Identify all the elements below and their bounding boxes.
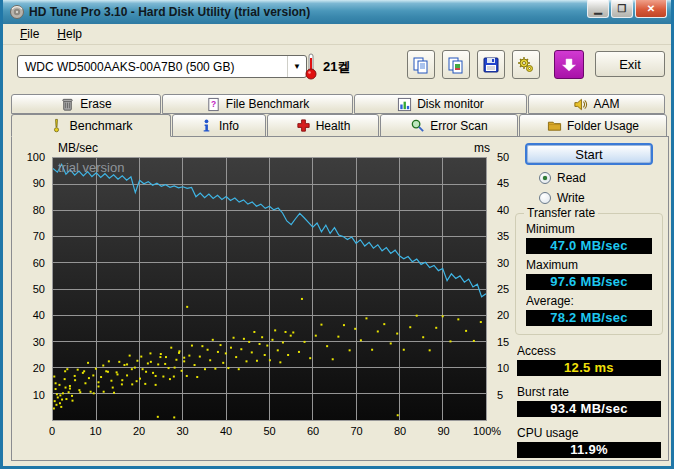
axis-tick-label: 80 xyxy=(394,425,406,438)
maximize-button[interactable]: ❒ xyxy=(611,0,633,18)
menu-help[interactable]: Help xyxy=(48,25,91,43)
axis-tick-label: 10 xyxy=(12,389,45,402)
titlebar: HD Tune Pro 3.10 - Hard Disk Utility (tr… xyxy=(3,0,671,24)
tab-disk-monitor[interactable]: Disk monitor xyxy=(354,94,527,114)
axis-tick-label: 20 xyxy=(497,309,509,322)
axis-tick-label: 20 xyxy=(133,425,145,438)
copy-image-button[interactable] xyxy=(442,50,470,79)
tab-file-benchmark-label: File Benchmark xyxy=(226,97,309,111)
toolbar: WDC WD5000AAKS-00A7B0 (500 GB) ▼ 21켙 xyxy=(3,45,671,87)
burst-rate-value: 93.4 MB/sec xyxy=(517,401,661,417)
tab-row-1: Erase ? File Benchmark Disk monitor AAM xyxy=(11,94,666,114)
y-left-axis-label: MB/sec xyxy=(58,141,98,155)
axis-tick-label: 50 xyxy=(12,283,45,296)
axis-tick-label: 20 xyxy=(12,362,45,375)
drive-select-value: WDC WD5000AAKS-00A7B0 (500 GB) xyxy=(18,60,287,74)
transfer-rate-group: Transfer rate Minimum 47.0 MB/sec Maximu… xyxy=(515,213,663,335)
axis-tick-label: 60 xyxy=(307,425,319,438)
close-button[interactable]: ✕ xyxy=(635,0,667,18)
axis-tick-label: 35 xyxy=(497,230,509,243)
folder-icon xyxy=(547,118,562,133)
benchmark-panel: MB/sec ms 100908070605040302010 50454035… xyxy=(11,136,669,461)
start-label: Start xyxy=(575,147,602,162)
options-button[interactable] xyxy=(512,50,540,79)
update-button[interactable] xyxy=(554,50,584,79)
axis-tick-label: 50 xyxy=(497,151,509,164)
axis-tick-label: 90 xyxy=(12,177,45,190)
access-value: 12.5 ms xyxy=(517,360,661,376)
axis-tick-label: 10 xyxy=(89,425,101,438)
write-label: Write xyxy=(557,191,585,205)
exit-label: Exit xyxy=(619,57,641,72)
trial-watermark: trial version xyxy=(58,160,124,175)
minimum-value: 47.0 MB/sec xyxy=(526,238,652,254)
x-tick-labels: 0102030405060708090100% xyxy=(52,425,497,441)
write-radio[interactable] xyxy=(539,192,551,204)
side-panel: Start Read Write Transfer rate Minimum 4… xyxy=(509,137,667,462)
window-title: HD Tune Pro 3.10 - Hard Disk Utility (tr… xyxy=(29,5,310,19)
read-radio-row[interactable]: Read xyxy=(539,171,665,185)
tab-folder-usage-label: Folder Usage xyxy=(567,119,639,133)
benchmark-chart: trial version xyxy=(52,157,487,421)
axis-tick-label: 30 xyxy=(12,336,45,349)
tab-benchmark[interactable]: Benchmark xyxy=(11,114,171,137)
transfer-rate-group-label: Transfer rate xyxy=(524,206,598,220)
menu-file[interactable]: File xyxy=(11,25,48,43)
tab-health-label: Health xyxy=(316,119,351,133)
cpu-usage-label: CPU usage xyxy=(517,426,661,440)
axis-tick-label: 70 xyxy=(350,425,362,438)
svg-text:?: ? xyxy=(211,99,216,109)
minimum-label: Minimum xyxy=(526,222,588,236)
tab-file-benchmark[interactable]: ? File Benchmark xyxy=(162,94,353,114)
axis-tick-label: 70 xyxy=(12,230,45,243)
tab-info-label: Info xyxy=(219,119,239,133)
axis-tick-label: 40 xyxy=(220,425,232,438)
chart-canvas xyxy=(53,158,486,420)
gears-icon xyxy=(517,56,535,74)
drive-select[interactable]: WDC WD5000AAKS-00A7B0 (500 GB) ▼ xyxy=(17,55,307,78)
read-label: Read xyxy=(557,171,586,185)
extra-metrics: Access 12.5 ms Burst rate 93.4 MB/sec CP… xyxy=(515,344,663,458)
exit-button[interactable]: Exit xyxy=(595,51,665,77)
axis-tick-label: 100 xyxy=(12,151,45,164)
axis-tick-label: 50 xyxy=(263,425,275,438)
access-label: Access xyxy=(517,344,661,358)
tab-folder-usage[interactable]: Folder Usage xyxy=(519,114,667,137)
thermometer-icon xyxy=(304,52,318,80)
axis-tick-label: 5 xyxy=(497,389,503,402)
read-radio[interactable] xyxy=(539,172,551,184)
average-label: Average: xyxy=(526,294,652,308)
red-cross-icon xyxy=(296,118,311,133)
copy-text-button[interactable] xyxy=(407,50,435,79)
tab-aam[interactable]: AAM xyxy=(528,94,665,114)
tab-aam-label: AAM xyxy=(593,97,619,111)
temperature-value: 21켙 xyxy=(323,58,350,76)
average-value: 78.2 MB/sec xyxy=(526,310,652,326)
grid-lines xyxy=(53,158,486,420)
tab-error-scan[interactable]: Error Scan xyxy=(380,114,518,137)
axis-tick-label: 60 xyxy=(12,257,45,270)
access-time-dots xyxy=(53,298,482,418)
tab-erase-label: Erase xyxy=(80,97,111,111)
axis-tick-label: 90 xyxy=(437,425,449,438)
write-radio-row[interactable]: Write xyxy=(539,191,665,205)
trash-icon xyxy=(60,97,75,112)
maximum-value: 97.6 MB/sec xyxy=(526,274,652,290)
axis-tick-label: 25 xyxy=(497,283,509,296)
save-icon xyxy=(482,56,500,74)
magnifier-icon xyxy=(410,118,425,133)
tab-health[interactable]: Health xyxy=(267,114,379,137)
tab-disk-monitor-label: Disk monitor xyxy=(417,97,484,111)
tab-erase[interactable]: Erase xyxy=(11,94,161,114)
copy-text-icon xyxy=(412,56,430,74)
tab-error-scan-label: Error Scan xyxy=(430,119,487,133)
bar-chart-icon xyxy=(397,97,412,112)
tab-info[interactable]: Info xyxy=(172,114,266,137)
copy-image-icon xyxy=(447,56,465,74)
start-button[interactable]: Start xyxy=(525,143,653,165)
gauge-icon xyxy=(49,118,64,133)
axis-tick-label: 10 xyxy=(497,362,509,375)
axis-tick-label: 30 xyxy=(497,257,509,270)
save-button[interactable] xyxy=(477,50,505,79)
minimize-button[interactable]: ▁ xyxy=(587,0,609,18)
